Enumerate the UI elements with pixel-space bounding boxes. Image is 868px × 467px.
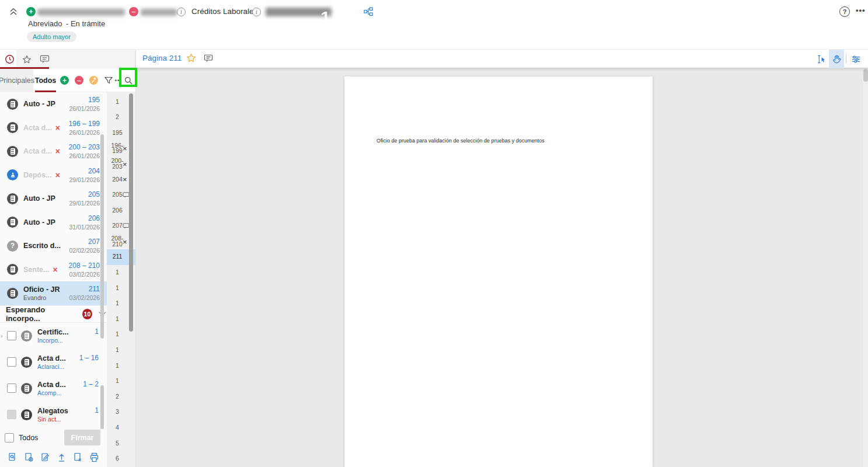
document-row-sentencia-208[interactable]: Sente...× 208 – 21003/02/2026 xyxy=(0,258,107,282)
sidebar-footer: Todos Firmar xyxy=(0,428,107,467)
page-number: 208 – 210 xyxy=(69,262,100,270)
copy-history-document-icon[interactable] xyxy=(24,452,34,462)
strip-scrollbar[interactable] xyxy=(129,93,133,332)
pending-list-scrollbar[interactable] xyxy=(100,385,104,429)
sidebar-tab-bar xyxy=(0,50,135,69)
filter-funnel-icon[interactable] xyxy=(104,76,113,85)
edit-document-icon[interactable] xyxy=(40,452,51,462)
strip-page[interactable]: 1 xyxy=(107,358,135,374)
pending-checkbox[interactable] xyxy=(7,331,16,340)
document-date: 26/01/2026 xyxy=(69,129,100,136)
viewer-scrollbar-thumb[interactable] xyxy=(863,69,868,82)
strip-x-icon[interactable]: × xyxy=(123,145,127,152)
viewer-canvas[interactable]: Oficio de prueba para validación de sele… xyxy=(136,68,868,467)
strip-page[interactable]: 3 xyxy=(107,405,135,420)
strip-x-icon[interactable]: × xyxy=(123,238,127,245)
search-icon[interactable] xyxy=(124,76,133,85)
document-row-oficio-211-selected[interactable]: Oficio - JR Evandro 21103/02/2026 xyxy=(0,281,107,305)
tab-recent-clock-icon[interactable] xyxy=(4,54,15,65)
preview-document-icon[interactable] xyxy=(8,452,18,462)
document-author: Evandro xyxy=(23,294,67,301)
strip-page[interactable]: 6 xyxy=(107,451,135,467)
remove-document-icon[interactable] xyxy=(73,452,83,462)
collapse-header-icon[interactable] xyxy=(9,7,18,16)
pending-action-link[interactable]: Aclaraci... xyxy=(37,363,79,370)
pending-warning-link[interactable]: Sin act... xyxy=(37,416,95,423)
strip-page[interactable]: 5 xyxy=(107,435,135,451)
party-info-icon[interactable]: i xyxy=(177,8,186,16)
pending-row-certificado[interactable]: › Certific...Incorpo... 1 xyxy=(0,323,107,349)
page-number: 205 xyxy=(88,190,100,198)
gavel-icon[interactable] xyxy=(89,76,98,85)
expand-chevron-icon[interactable]: › xyxy=(1,332,3,339)
party-defendant-badge-icon: – xyxy=(129,7,138,16)
toolbar-separator xyxy=(846,54,846,64)
page-comment-icon[interactable] xyxy=(204,54,213,65)
subtab-principales[interactable]: Principales xyxy=(0,69,33,92)
print-icon[interactable] xyxy=(89,452,100,462)
pending-action-link[interactable]: Acomp... xyxy=(37,389,83,396)
page-number: 211 xyxy=(89,285,100,293)
add-document-icon[interactable]: + xyxy=(60,76,69,85)
document-date: 03/02/2026 xyxy=(69,294,100,301)
document-row-auto-205[interactable]: Auto - JP 20529/01/2026 xyxy=(0,187,107,211)
remove-document-icon[interactable]: – xyxy=(75,76,83,85)
strip-x-icon[interactable]: × xyxy=(123,160,127,168)
document-row-acta-200[interactable]: Acta d...× 200 – 20326/01/2026 xyxy=(0,140,107,163)
text-select-tool-icon[interactable] xyxy=(814,50,829,68)
document-date: 26/01/2026 xyxy=(69,105,100,112)
document-icon xyxy=(7,193,18,204)
viewer-scrollbar[interactable] xyxy=(863,68,868,467)
document-icon xyxy=(7,146,18,157)
pending-section-header[interactable]: Esperando incorpo... 10 xyxy=(0,305,107,323)
document-row-deposito-204[interactable]: Depós...× 20429/01/2026 xyxy=(0,163,107,187)
document-icon xyxy=(7,217,18,228)
document-icon xyxy=(21,409,32,420)
page-number: 1 – 16 xyxy=(79,354,99,362)
header-more-icon[interactable]: ••• xyxy=(856,6,866,15)
document-list: Auto - JP 19526/01/2026 Acta d...× 196 –… xyxy=(0,92,107,467)
case-header: + – i Créditos Laborales i 1 Abreviado -… xyxy=(0,0,868,50)
pending-row-alegatos[interactable]: AlegatosSin act... 1 xyxy=(0,402,107,428)
list-more-icon[interactable]: ••• xyxy=(114,76,123,85)
document-date: 03/02/2026 xyxy=(69,271,100,278)
case-type-info-icon[interactable]: i xyxy=(252,8,261,16)
document-date: 29/01/2026 xyxy=(69,176,100,183)
document-row-auto-206[interactable]: Auto - JP 20631/01/2026 xyxy=(0,211,107,235)
share-hierarchy-icon[interactable] xyxy=(363,6,373,16)
upload-icon[interactable] xyxy=(57,452,67,462)
document-page[interactable]: Oficio de prueba para validación de sele… xyxy=(344,76,653,467)
strip-x-icon[interactable]: × xyxy=(123,176,127,183)
document-row-escrito-207[interactable]: ? Escrito d... 20702/02/2026 xyxy=(0,234,107,258)
document-row-auto-195[interactable]: Auto - JP 19526/01/2026 xyxy=(0,92,107,116)
app-window: + – i Créditos Laborales i 1 Abreviado -… xyxy=(0,0,868,467)
document-list-scrollbar[interactable] xyxy=(100,134,104,339)
tab-comments-icon[interactable] xyxy=(39,54,50,65)
document-icon xyxy=(7,288,18,299)
strip-page[interactable]: 2 xyxy=(107,389,135,405)
pending-checkbox[interactable] xyxy=(7,357,16,367)
strip-page[interactable]: 1 xyxy=(107,374,135,389)
pending-checkbox[interactable] xyxy=(7,384,16,393)
document-row-acta-196[interactable]: Acta d...× 196 – 19926/01/2026 xyxy=(0,116,107,140)
document-date: 31/01/2026 xyxy=(69,224,100,231)
page-number: 1 xyxy=(95,406,99,414)
document-icon xyxy=(7,99,18,110)
pending-row-acta-2[interactable]: Acta d...Acomp... 1 – 2 xyxy=(0,375,107,402)
pending-row-acta-1[interactable]: Acta d...Aclaraci... 1 – 16 xyxy=(0,349,107,375)
tab-favorites-star-icon[interactable] xyxy=(22,54,32,65)
view-settings-sliders-icon[interactable] xyxy=(848,50,863,68)
pending-action-link[interactable]: Incorpo... xyxy=(37,337,95,344)
strip-page[interactable]: 1 xyxy=(107,343,135,358)
page-number: 207 xyxy=(88,238,100,246)
hand-pan-tool-icon[interactable] xyxy=(829,50,844,68)
favorite-page-star-icon[interactable] xyxy=(186,53,196,65)
pending-checkbox-disabled xyxy=(7,410,16,419)
document-page-text: Oficio de prueba para validación de sele… xyxy=(377,138,545,144)
document-date: 02/02/2026 xyxy=(69,247,100,254)
help-icon[interactable]: ? xyxy=(839,6,850,17)
subtab-todos[interactable]: Todos xyxy=(35,69,56,92)
strip-page[interactable]: 4 xyxy=(107,420,135,435)
select-all-checkbox[interactable] xyxy=(5,433,14,442)
sign-button[interactable]: Firmar xyxy=(64,430,100,445)
